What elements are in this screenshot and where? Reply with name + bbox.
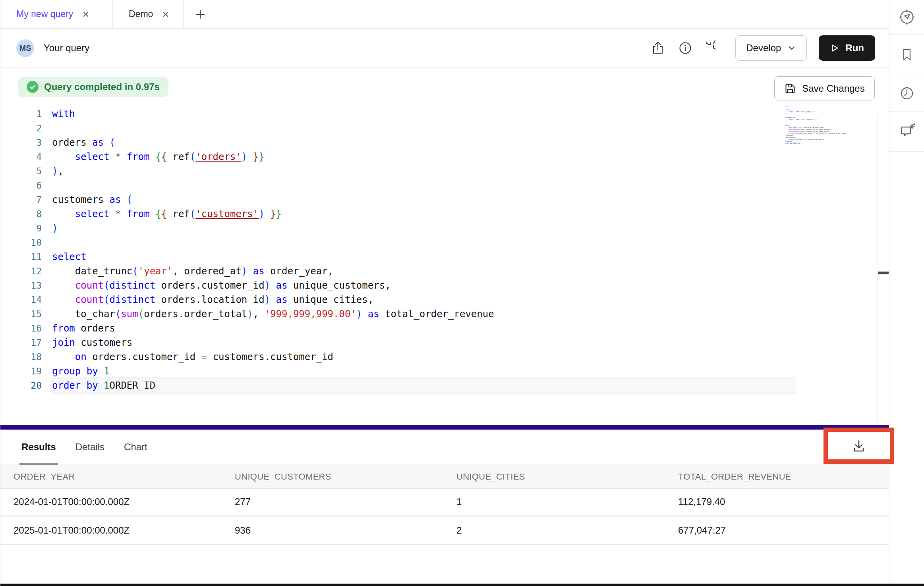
bookmarks-button[interactable]: [889, 35, 924, 75]
compass-icon: [899, 9, 915, 25]
develop-dropdown[interactable]: Develop: [735, 35, 807, 61]
run-label: Run: [845, 42, 864, 54]
download-results-button[interactable]: [851, 438, 867, 454]
save-changes-button[interactable]: Save Changes: [774, 76, 875, 100]
line-number: 14: [0, 293, 42, 307]
assistant-button[interactable]: [889, 112, 924, 152]
share-icon: [651, 41, 665, 55]
chat-sparkles-icon: [898, 123, 916, 140]
code-line[interactable]: 3orders as (: [0, 135, 878, 150]
tab-results[interactable]: Results: [21, 430, 56, 465]
code-line[interactable]: 15 to_char(sum(orders.order_total), '999…: [0, 307, 878, 321]
info-icon: [678, 41, 692, 55]
code-line[interactable]: 13 count(distinct orders.customer_id) as…: [0, 278, 878, 293]
query-status-badge: Query completed in 0.97s: [18, 77, 168, 97]
code-line[interactable]: 5),: [0, 164, 878, 178]
tab-label: Details: [75, 441, 104, 453]
code-lines: 1with2 3orders as (4 select * from {{ re…: [0, 107, 878, 393]
code-line[interactable]: 10: [0, 235, 878, 250]
bookmark-icon: [899, 47, 915, 63]
develop-label: Develop: [746, 42, 781, 54]
line-number: 19: [0, 364, 42, 378]
code-editor[interactable]: 1with2 3orders as (4 select * from {{ re…: [0, 107, 878, 393]
table-cell: 2024-01-01T00:00:00.000Z: [14, 496, 235, 507]
line-number: 5: [0, 164, 42, 178]
table-cell: 1: [456, 496, 678, 507]
line-number: 12: [0, 264, 42, 278]
minimap[interactable]: with orders as ( select * from {{ ref('o…: [785, 105, 851, 144]
clock-icon: [899, 85, 915, 101]
query-title: Your query: [44, 42, 89, 54]
code-line[interactable]: 4 select * from {{ ref('orders') }}: [0, 150, 878, 164]
code-line[interactable]: 16from orders: [0, 321, 878, 335]
close-icon[interactable]: [82, 10, 90, 18]
line-number: 7: [0, 193, 42, 207]
table-cell: 277: [235, 496, 456, 507]
code-line[interactable]: 14 count(distinct orders.location_id) as…: [0, 293, 878, 307]
line-number: 18: [0, 350, 42, 364]
line-number: 4: [0, 150, 42, 164]
window-bottom-edge: [0, 584, 924, 586]
info-button[interactable]: [678, 41, 692, 55]
history-sidebar-button[interactable]: [889, 75, 924, 112]
line-number: 10: [0, 235, 42, 250]
history-icon: [706, 40, 721, 56]
tab-details[interactable]: Details: [75, 430, 104, 465]
right-icon-sidebar: [889, 0, 924, 586]
status-message: Query completed in 0.97s: [44, 81, 160, 93]
table-cell: 936: [235, 525, 456, 536]
code-line[interactable]: 17join customers: [0, 335, 878, 350]
tab-label: Demo: [129, 9, 153, 19]
code-line[interactable]: 2: [0, 121, 878, 135]
tab-label: Chart: [124, 441, 147, 453]
code-line[interactable]: 7customers as (: [0, 193, 878, 207]
editor-scrollbar-thumb[interactable]: [878, 272, 889, 274]
editor-tab-bar: My new query Demo: [0, 0, 889, 29]
results-table-body: 2024-01-01T00:00:00.000Z2771112,179.4020…: [0, 489, 889, 545]
code-line[interactable]: 8 select * from {{ ref('customers') }}: [0, 207, 878, 221]
code-line[interactable]: 1with: [0, 107, 878, 121]
code-line[interactable]: 19group by 1: [0, 364, 878, 378]
close-icon[interactable]: [162, 10, 170, 18]
share-button[interactable]: [651, 41, 665, 55]
chevron-down-icon: [787, 44, 796, 52]
explore-button[interactable]: [889, 0, 924, 35]
line-number: 20: [0, 378, 42, 393]
tab-label: Results: [21, 441, 56, 453]
tab-demo[interactable]: Demo: [113, 0, 184, 28]
minimap-content: with orders as ( select * from {{ ref('o…: [785, 105, 794, 144]
line-number: 11: [0, 250, 42, 264]
results-tab-bar: Results Details Chart: [0, 430, 889, 465]
line-number: 9: [0, 221, 42, 235]
tab-chart[interactable]: Chart: [124, 430, 147, 465]
annotation-highlight-box: [823, 428, 894, 464]
panel-resize-divider[interactable]: [0, 425, 889, 430]
results-table-header: ORDER_YEAR UNIQUE_CUSTOMERS UNIQUE_CITIE…: [0, 465, 889, 489]
new-tab-button[interactable]: [184, 0, 217, 28]
column-header: UNIQUE_CITIES: [456, 472, 678, 482]
code-line[interactable]: 9): [0, 221, 878, 235]
table-row: 2025-01-01T00:00:00.000Z9362677,047.27: [0, 517, 889, 545]
line-number: 17: [0, 335, 42, 350]
code-line[interactable]: 6: [0, 178, 878, 193]
save-label: Save Changes: [802, 83, 864, 94]
tab-label: My new query: [16, 9, 73, 19]
run-button[interactable]: Run: [819, 35, 875, 61]
query-header: MS Your query Develop: [0, 29, 889, 68]
line-number: 3: [0, 135, 42, 150]
tab-my-new-query[interactable]: My new query: [0, 0, 113, 28]
play-icon: [830, 43, 839, 53]
line-number: 8: [0, 207, 42, 221]
table-cell: 112,179.40: [678, 496, 889, 507]
avatar: MS: [16, 39, 34, 57]
history-button[interactable]: [706, 40, 721, 56]
line-number: 6: [0, 178, 42, 193]
column-header: TOTAL_ORDER_REVENUE: [678, 472, 889, 482]
query-ide-window: My new query Demo MS Your query: [0, 0, 924, 586]
code-line[interactable]: 18 on orders.customer_id = customers.cus…: [0, 350, 878, 364]
code-line[interactable]: 11select: [0, 250, 878, 264]
code-line[interactable]: 12 date_trunc('year', ordered_at) as ord…: [0, 264, 878, 278]
table-row: 2024-01-01T00:00:00.000Z2771112,179.40: [0, 489, 889, 517]
code-line[interactable]: 20order by 1ORDER_ID: [0, 378, 878, 393]
editor-scrollbar-track: [878, 113, 878, 425]
